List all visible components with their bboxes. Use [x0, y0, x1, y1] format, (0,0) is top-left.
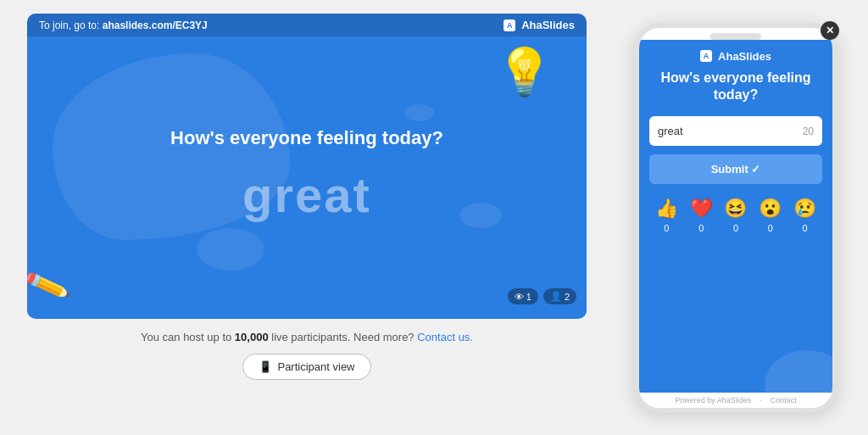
phone-blob-area [639, 240, 832, 392]
heart-count: 0 [698, 223, 704, 233]
bg-blob-3 [459, 203, 502, 228]
close-button[interactable]: ✕ [821, 21, 839, 40]
phone-screen: AhaSlides How's everyone feeling today? … [639, 40, 832, 393]
participant-badge: 👤 2 [543, 288, 576, 304]
slide-question: How's everyone feeling today? [136, 127, 477, 149]
left-panel: To join, go to: ahaslides.com/EC3YJ AhaS… [0, 0, 614, 435]
participant-count-highlight: 10,000 [235, 331, 269, 343]
viewer-badge: 👁 1 [508, 288, 538, 304]
participant-view-button[interactable]: 📱 Participant view [242, 354, 370, 380]
phone-input-value: great [658, 125, 683, 137]
heart-icon: ❤️ [690, 198, 713, 220]
sad-icon: 😢 [793, 198, 816, 220]
laughing-count: 0 [733, 223, 738, 233]
phone-mockup: AhaSlides How's everyone feeling today? … [634, 23, 837, 413]
reaction-sad[interactable]: 😢 0 [793, 198, 816, 233]
phone-header: AhaSlides [639, 40, 832, 70]
slide-badges: 👁 1 👤 2 [508, 288, 576, 304]
phone-reactions: 👍 0 ❤️ 0 😆 0 😮 0 [639, 184, 832, 240]
phone-blob-circle [765, 350, 832, 393]
phone-submit-button[interactable]: Submit ✓ [649, 154, 822, 184]
word-cloud-word: great [242, 166, 371, 223]
reaction-thumbs-up[interactable]: 👍 0 [655, 198, 678, 233]
ahaslides-logo-header: AhaSlides [504, 19, 575, 31]
thumbs-up-icon: 👍 [655, 198, 678, 220]
phone-char-count: 20 [803, 125, 814, 137]
aha-icon [504, 20, 515, 31]
people-icon: 👤 [550, 291, 562, 302]
wow-icon: 😮 [759, 198, 782, 220]
eye-icon: 👁 [515, 292, 524, 302]
bg-blob-2 [197, 228, 264, 270]
join-text: To join, go to: ahaslides.com/EC3YJ [39, 20, 208, 31]
laughing-icon: 😆 [724, 198, 747, 220]
powered-by-text: Powered by AhaSlides [675, 396, 751, 404]
phone-question: How's everyone feeling today? [639, 70, 832, 117]
phone-footer: Powered by AhaSlides · Contact [639, 393, 832, 408]
footer-separator: · [760, 396, 762, 404]
join-url: ahaslides.com/EC3YJ [103, 20, 208, 31]
phone-logo: AhaSlides [700, 50, 771, 63]
reaction-heart[interactable]: ❤️ 0 [690, 198, 713, 233]
bottom-info: You can host up to 10,000 live participa… [141, 331, 473, 343]
wow-count: 0 [768, 223, 773, 233]
slide-body: 💡 ✏️ How's everyone feeling today? great… [27, 36, 587, 313]
bulb-illustration: 💡 [496, 45, 553, 98]
phone-aha-icon [700, 50, 712, 62]
phone-input-area[interactable]: great 20 [649, 116, 822, 146]
reaction-laughing[interactable]: 😆 0 [724, 198, 747, 233]
contact-us-link[interactable]: Contact us. [417, 331, 473, 343]
slide-header: To join, go to: ahaslides.com/EC3YJ AhaS… [27, 14, 587, 36]
sad-count: 0 [803, 223, 808, 233]
thumbs-up-count: 0 [664, 223, 669, 233]
reaction-wow[interactable]: 😮 0 [759, 198, 782, 233]
mobile-icon: 📱 [259, 360, 272, 373]
footer-contact-link[interactable]: Contact [771, 396, 797, 404]
right-panel: ✕ AhaSlides How's everyone feeling today… [614, 0, 868, 435]
hand-left-illustration: ✏️ [27, 261, 72, 310]
phone-wrapper: ✕ AhaSlides How's everyone feeling today… [634, 23, 837, 413]
phone-notch [710, 33, 761, 40]
bg-blob-4 [404, 104, 434, 121]
presentation-slide: To join, go to: ahaslides.com/EC3YJ AhaS… [27, 14, 587, 319]
